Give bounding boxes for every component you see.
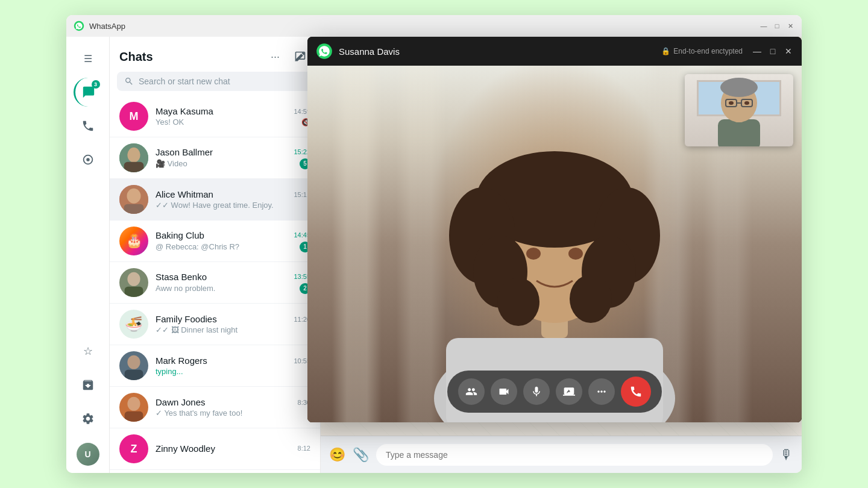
sidebar-item-status[interactable] (74, 145, 102, 174)
chat-info: Maya Kasuma 14:59 Yes! OK 🔇 (156, 106, 310, 127)
avatar: Z (119, 434, 148, 463)
chat-list-panel: Chats ⋯ M (110, 37, 321, 473)
chat-item[interactable]: Alice Whitman 15:11 ✓✓ Wow! Have great t… (110, 179, 320, 221)
video-call-titlebar: Susanna Davis 🔒 End-to-end enctypted — □… (307, 37, 802, 66)
sidebar: ☰ 3 ☆ U (66, 37, 110, 473)
call-maximize-button[interactable]: □ (768, 46, 778, 56)
chat-item[interactable]: Jason Ballmer 15:22 🎥 Video 5 (110, 137, 320, 179)
chat-preview: 🎥 Video (156, 159, 297, 168)
message-input[interactable] (376, 444, 773, 466)
svg-point-40 (729, 101, 734, 105)
sidebar-item-chats[interactable]: 3 (74, 78, 102, 107)
sidebar-item-settings[interactable] (74, 404, 102, 433)
chat-name: Zinny Woodley (156, 443, 215, 454)
search-input[interactable] (139, 77, 306, 86)
chat-item[interactable]: Dawn Jones 8:30 ✓ Yes that's my fave too… (110, 387, 320, 428)
svg-rect-14 (125, 370, 143, 380)
chat-info: Stasa Benko 13:55 Aww no problem. 2 (156, 272, 310, 294)
profile-avatar[interactable]: U (77, 443, 99, 466)
chat-info: Alice Whitman 15:11 ✓✓ Wow! Have great t… (156, 189, 310, 210)
chat-preview: Aww no problem. (156, 284, 297, 293)
avatar (119, 268, 148, 297)
header-icons: ⋯ (265, 46, 310, 67)
mic-button[interactable]: 🎙 (780, 447, 793, 463)
chat-item[interactable]: 🎂 Baking Club 14:45 @ Rebecca: @Chris R?… (110, 221, 320, 262)
chat-name: Family Foodies (156, 314, 217, 324)
self-video-feed (685, 74, 793, 146)
chat-item[interactable]: Stasa Benko 13:55 Aww no problem. 2 (110, 262, 320, 304)
end-call-button[interactable] (621, 377, 651, 407)
chat-list: M Maya Kasuma 14:59 Yes! OK 🔇 (110, 96, 320, 473)
chat-name: Jason Ballmer (156, 147, 213, 157)
chat-preview: Yes! OK (156, 117, 299, 127)
chat-info: Mark Rogers 10:55 typing... (156, 355, 310, 376)
chat-info: Family Foodies 11:20 ✓✓ 🖼 Dinner last ni… (156, 314, 310, 334)
chat-info: Baking Club 14:45 @ Rebecca: @Chris R? 1 (156, 230, 310, 252)
sidebar-item-menu[interactable]: ☰ (74, 44, 102, 73)
avatar (119, 393, 148, 422)
chat-preview: ✓✓ Wow! Have great time. Enjoy. (156, 201, 310, 210)
avatar: 🍜 (119, 310, 148, 339)
chat-preview: @ Rebecca: @Chris R? (156, 242, 297, 251)
svg-rect-5 (124, 162, 144, 172)
chat-item[interactable]: Mark Rogers 10:55 typing... (110, 345, 320, 387)
svg-point-28 (570, 275, 612, 323)
mute-button[interactable] (523, 378, 550, 405)
search-bar[interactable] (117, 72, 313, 91)
encryption-label: 🔒 End-to-end enctypted (661, 47, 743, 55)
avatar: M (119, 102, 148, 131)
avatar: 🎂 (119, 227, 148, 255)
video-main-area (307, 66, 802, 422)
attach-button[interactable]: 📎 (353, 447, 369, 463)
emoji-button[interactable]: 😊 (329, 447, 345, 463)
chat-list-header: Chats ⋯ (110, 37, 320, 72)
screen-share-button[interactable] (556, 378, 582, 405)
call-minimize-button[interactable]: — (752, 46, 762, 56)
svg-point-10 (127, 272, 140, 286)
svg-point-16 (127, 397, 140, 411)
chat-item[interactable]: M Maya Kasuma 14:59 Yes! OK 🔇 (110, 96, 320, 137)
self-person-silhouette (685, 74, 793, 146)
svg-point-27 (497, 278, 539, 326)
sidebar-item-starred[interactable]: ☆ (74, 337, 102, 366)
lock-icon: 🔒 (661, 47, 670, 55)
svg-rect-17 (125, 411, 143, 422)
self-view-pip[interactable] (685, 74, 793, 146)
close-button[interactable]: ✕ (786, 22, 794, 30)
chat-item[interactable]: Z Zinny Woodley 8:12 (110, 428, 320, 470)
svg-rect-11 (125, 287, 143, 297)
maximize-button[interactable]: □ (773, 22, 781, 30)
more-options-button[interactable] (588, 378, 615, 405)
chat-name: Maya Kasuma (156, 106, 213, 116)
title-bar: WhatsApp — □ ✕ (66, 15, 802, 37)
menu-button[interactable]: ⋯ (265, 46, 285, 67)
add-participant-button[interactable] (458, 378, 485, 405)
avatar (119, 143, 148, 172)
sidebar-item-calls[interactable] (74, 111, 102, 140)
chat-name: Baking Club (156, 230, 204, 240)
svg-point-41 (744, 101, 749, 105)
app-window: WhatsApp — □ ✕ ☰ 3 ☆ (66, 15, 802, 473)
window-controls: — □ ✕ (760, 22, 794, 30)
avatar (119, 185, 148, 214)
chats-badge: 3 (92, 80, 100, 89)
chat-name: Stasa Benko (156, 272, 207, 282)
svg-point-13 (127, 355, 140, 369)
chat-info: Zinny Woodley 8:12 (156, 443, 310, 455)
svg-rect-8 (124, 204, 144, 214)
sidebar-item-archived[interactable] (74, 371, 102, 399)
chat-name: Mark Rogers (156, 355, 207, 366)
remote-video-feed (307, 66, 802, 422)
chat-item[interactable]: 🍜 Family Foodies 11:20 ✓✓ 🖼 Dinner last … (110, 304, 320, 345)
call-contact-name: Susanna Davis (339, 46, 661, 57)
minimize-button[interactable]: — (760, 22, 768, 30)
video-call-window: Susanna Davis 🔒 End-to-end enctypted — □… (307, 37, 802, 422)
chat-footer: 😊 📎 🎙 (321, 436, 802, 473)
app-title: WhatsApp (89, 22, 760, 31)
video-toggle-button[interactable] (491, 378, 517, 405)
chat-time: 8:12 (298, 445, 310, 452)
svg-point-2 (86, 158, 90, 161)
search-icon (124, 77, 134, 86)
call-close-button[interactable]: ✕ (784, 46, 793, 56)
chat-name: Alice Whitman (156, 189, 213, 199)
